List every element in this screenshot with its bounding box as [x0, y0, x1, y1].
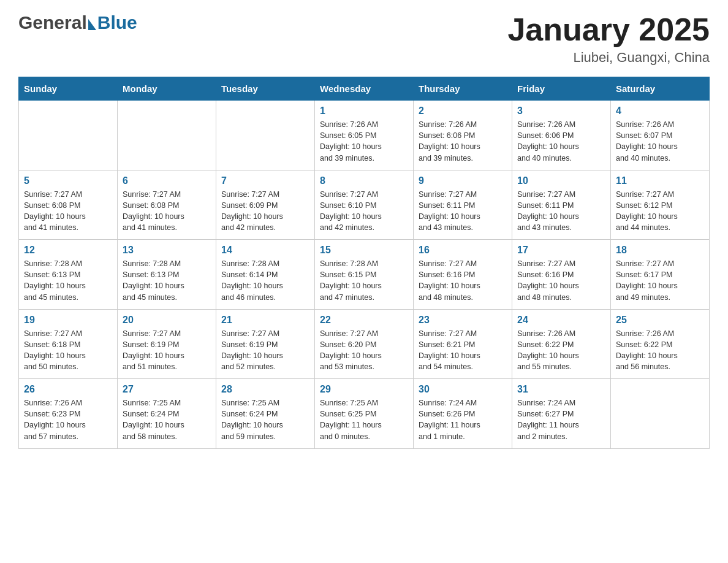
column-header-thursday: Thursday [414, 77, 512, 101]
day-number: 3 [517, 105, 605, 117]
logo-blue-text: Blue [97, 12, 137, 33]
day-number: 12 [24, 245, 112, 256]
calendar-cell: 18Sunrise: 7:27 AM Sunset: 6:17 PM Dayli… [611, 240, 710, 310]
calendar-week-2: 5Sunrise: 7:27 AM Sunset: 6:08 PM Daylig… [19, 170, 710, 240]
day-number: 16 [419, 245, 507, 256]
calendar-cell: 20Sunrise: 7:27 AM Sunset: 6:19 PM Dayli… [118, 309, 216, 379]
day-number: 10 [517, 175, 605, 186]
day-number: 9 [419, 175, 507, 186]
day-number: 8 [320, 175, 408, 186]
day-info: Sunrise: 7:27 AM Sunset: 6:08 PM Dayligh… [123, 190, 184, 232]
calendar-cell: 28Sunrise: 7:25 AM Sunset: 6:24 PM Dayli… [216, 379, 315, 449]
calendar-table: SundayMondayTuesdayWednesdayThursdayFrid… [18, 77, 710, 449]
calendar-cell: 26Sunrise: 7:26 AM Sunset: 6:23 PM Dayli… [19, 379, 118, 449]
calendar-cell: 22Sunrise: 7:27 AM Sunset: 6:20 PM Dayli… [315, 309, 414, 379]
calendar-cell [19, 101, 118, 170]
subtitle: Liubei, Guangxi, China [507, 50, 710, 66]
title-area: January 2025 Liubei, Guangxi, China [507, 12, 710, 66]
calendar-cell: 13Sunrise: 7:28 AM Sunset: 6:13 PM Dayli… [118, 240, 216, 310]
day-info: Sunrise: 7:27 AM Sunset: 6:20 PM Dayligh… [320, 329, 382, 371]
calendar-cell: 16Sunrise: 7:27 AM Sunset: 6:16 PM Dayli… [414, 240, 512, 310]
day-info: Sunrise: 7:25 AM Sunset: 6:24 PM Dayligh… [221, 399, 283, 440]
day-number: 11 [616, 175, 704, 186]
day-number: 31 [517, 384, 605, 395]
calendar-cell: 25Sunrise: 7:26 AM Sunset: 6:22 PM Dayli… [611, 309, 710, 379]
calendar-body: 1Sunrise: 7:26 AM Sunset: 6:05 PM Daylig… [19, 101, 710, 449]
day-number: 28 [221, 384, 309, 395]
calendar-cell [611, 379, 710, 449]
calendar-cell: 12Sunrise: 7:28 AM Sunset: 6:13 PM Dayli… [19, 240, 118, 310]
day-info: Sunrise: 7:27 AM Sunset: 6:12 PM Dayligh… [616, 190, 678, 232]
day-info: Sunrise: 7:27 AM Sunset: 6:09 PM Dayligh… [221, 190, 283, 232]
calendar-week-5: 26Sunrise: 7:26 AM Sunset: 6:23 PM Dayli… [19, 379, 710, 449]
calendar-cell: 14Sunrise: 7:28 AM Sunset: 6:14 PM Dayli… [216, 240, 315, 310]
calendar-cell: 4Sunrise: 7:26 AM Sunset: 6:07 PM Daylig… [611, 101, 710, 170]
day-info: Sunrise: 7:26 AM Sunset: 6:06 PM Dayligh… [517, 120, 579, 162]
calendar-cell: 10Sunrise: 7:27 AM Sunset: 6:11 PM Dayli… [512, 170, 611, 240]
day-info: Sunrise: 7:26 AM Sunset: 6:22 PM Dayligh… [616, 329, 678, 371]
calendar-cell: 3Sunrise: 7:26 AM Sunset: 6:06 PM Daylig… [512, 101, 611, 170]
day-info: Sunrise: 7:27 AM Sunset: 6:11 PM Dayligh… [419, 190, 480, 232]
calendar-cell: 30Sunrise: 7:24 AM Sunset: 6:26 PM Dayli… [414, 379, 512, 449]
calendar-cell: 19Sunrise: 7:27 AM Sunset: 6:18 PM Dayli… [19, 309, 118, 379]
calendar-cell: 15Sunrise: 7:28 AM Sunset: 6:15 PM Dayli… [315, 240, 414, 310]
day-info: Sunrise: 7:27 AM Sunset: 6:19 PM Dayligh… [221, 329, 283, 371]
day-number: 24 [517, 315, 605, 326]
calendar-cell: 5Sunrise: 7:27 AM Sunset: 6:08 PM Daylig… [19, 170, 118, 240]
calendar-cell: 29Sunrise: 7:25 AM Sunset: 6:25 PM Dayli… [315, 379, 414, 449]
day-info: Sunrise: 7:25 AM Sunset: 6:25 PM Dayligh… [320, 399, 382, 440]
column-header-monday: Monday [118, 77, 216, 101]
calendar-cell: 21Sunrise: 7:27 AM Sunset: 6:19 PM Dayli… [216, 309, 315, 379]
day-number: 27 [123, 384, 211, 395]
logo-general-text: General [18, 12, 87, 33]
day-number: 1 [320, 105, 408, 117]
day-info: Sunrise: 7:24 AM Sunset: 6:27 PM Dayligh… [517, 399, 579, 440]
day-info: Sunrise: 7:26 AM Sunset: 6:07 PM Dayligh… [616, 120, 678, 162]
day-number: 21 [221, 315, 309, 326]
day-number: 23 [419, 315, 507, 326]
day-number: 7 [221, 175, 309, 186]
day-number: 18 [616, 245, 704, 256]
calendar-header-row: SundayMondayTuesdayWednesdayThursdayFrid… [19, 77, 710, 101]
day-number: 20 [123, 315, 211, 326]
calendar-cell: 24Sunrise: 7:26 AM Sunset: 6:22 PM Dayli… [512, 309, 611, 379]
day-number: 29 [320, 384, 408, 395]
day-info: Sunrise: 7:27 AM Sunset: 6:11 PM Dayligh… [517, 190, 579, 232]
day-info: Sunrise: 7:27 AM Sunset: 6:10 PM Dayligh… [320, 190, 382, 232]
day-info: Sunrise: 7:27 AM Sunset: 6:18 PM Dayligh… [24, 329, 86, 371]
day-info: Sunrise: 7:26 AM Sunset: 6:23 PM Dayligh… [24, 399, 86, 440]
day-info: Sunrise: 7:27 AM Sunset: 6:19 PM Dayligh… [123, 329, 184, 371]
day-info: Sunrise: 7:26 AM Sunset: 6:22 PM Dayligh… [517, 329, 579, 371]
column-header-saturday: Saturday [611, 77, 710, 101]
day-info: Sunrise: 7:28 AM Sunset: 6:15 PM Dayligh… [320, 259, 382, 301]
page-title: January 2025 [507, 12, 710, 47]
column-header-sunday: Sunday [19, 77, 118, 101]
column-header-friday: Friday [512, 77, 611, 101]
logo-chevron-icon [88, 19, 96, 30]
day-number: 22 [320, 315, 408, 326]
day-info: Sunrise: 7:27 AM Sunset: 6:16 PM Dayligh… [517, 259, 579, 301]
day-number: 13 [123, 245, 211, 256]
day-info: Sunrise: 7:27 AM Sunset: 6:08 PM Dayligh… [24, 190, 86, 232]
calendar-cell [216, 101, 315, 170]
calendar-cell: 2Sunrise: 7:26 AM Sunset: 6:06 PM Daylig… [414, 101, 512, 170]
day-info: Sunrise: 7:26 AM Sunset: 6:05 PM Dayligh… [320, 120, 382, 162]
calendar-cell: 27Sunrise: 7:25 AM Sunset: 6:24 PM Dayli… [118, 379, 216, 449]
day-info: Sunrise: 7:27 AM Sunset: 6:17 PM Dayligh… [616, 259, 678, 301]
calendar-cell [118, 101, 216, 170]
day-info: Sunrise: 7:25 AM Sunset: 6:24 PM Dayligh… [123, 399, 184, 440]
day-number: 6 [123, 175, 211, 186]
day-info: Sunrise: 7:28 AM Sunset: 6:13 PM Dayligh… [123, 259, 184, 301]
calendar-week-1: 1Sunrise: 7:26 AM Sunset: 6:05 PM Daylig… [19, 101, 710, 170]
column-header-tuesday: Tuesday [216, 77, 315, 101]
calendar-week-3: 12Sunrise: 7:28 AM Sunset: 6:13 PM Dayli… [19, 240, 710, 310]
day-info: Sunrise: 7:27 AM Sunset: 6:21 PM Dayligh… [419, 329, 480, 371]
calendar-header: SundayMondayTuesdayWednesdayThursdayFrid… [19, 77, 710, 101]
logo: General Blue [18, 12, 137, 33]
page-header: General Blue January 2025 Liubei, Guangx… [18, 12, 710, 66]
day-number: 17 [517, 245, 605, 256]
day-info: Sunrise: 7:24 AM Sunset: 6:26 PM Dayligh… [419, 399, 480, 440]
calendar-cell: 6Sunrise: 7:27 AM Sunset: 6:08 PM Daylig… [118, 170, 216, 240]
calendar-cell: 23Sunrise: 7:27 AM Sunset: 6:21 PM Dayli… [414, 309, 512, 379]
calendar-cell: 31Sunrise: 7:24 AM Sunset: 6:27 PM Dayli… [512, 379, 611, 449]
